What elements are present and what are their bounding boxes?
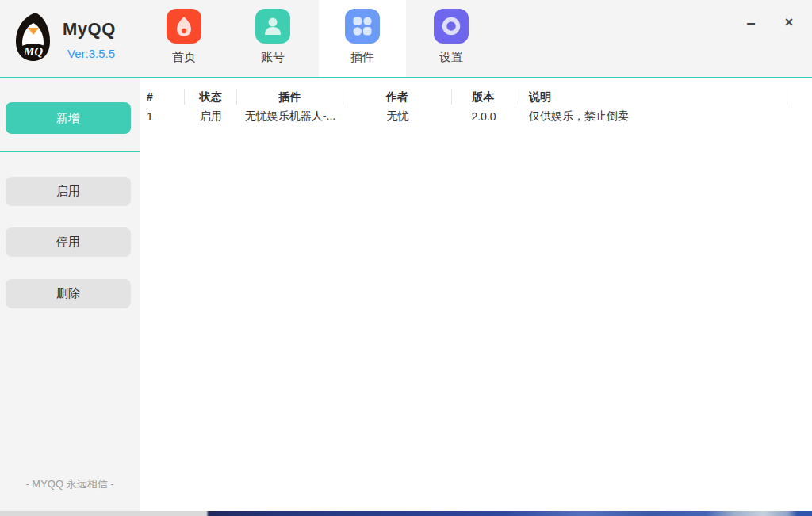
tab-account[interactable]: 账号 xyxy=(229,0,316,77)
app-title: MyQQ xyxy=(63,19,116,40)
logo-monogram: MQ xyxy=(23,45,43,58)
cell-author: 无忧 xyxy=(343,109,452,124)
window-controls: – × xyxy=(742,14,798,32)
add-plugin-button[interactable]: 新增 xyxy=(6,102,131,134)
tab-home-label: 首页 xyxy=(140,50,228,65)
brand-text: MyQQ Ver:3.5.5 xyxy=(63,10,116,60)
sidebar-divider xyxy=(0,151,140,152)
settings-aperture-icon xyxy=(434,9,469,44)
tab-settings-label: 设置 xyxy=(408,50,495,65)
app-window: MQ MyQQ Ver:3.5.5 首页 xyxy=(0,0,812,516)
disable-plugin-button[interactable]: 停用 xyxy=(6,227,131,257)
col-header-status: 状态 xyxy=(185,89,237,105)
col-header-author: 作者 xyxy=(343,89,452,105)
col-header-description: 说明 xyxy=(515,89,787,105)
col-header-filler xyxy=(787,89,812,105)
plugins-table: # 状态 插件 作者 版本 说明 1 启用 无忧娱乐机器人-... 无忧 2.0… xyxy=(140,78,812,511)
sidebar-footer-slogan: - MYQQ 永远相信 - xyxy=(0,477,140,491)
col-header-version: 版本 xyxy=(452,89,515,105)
delete-plugin-button[interactable]: 删除 xyxy=(6,279,131,308)
desktop-edge-strip xyxy=(0,511,812,516)
titlebar: MQ MyQQ Ver:3.5.5 首页 xyxy=(0,0,812,78)
cell-plugin-name: 无忧娱乐机器人-... xyxy=(237,109,343,124)
tab-account-label: 账号 xyxy=(229,50,316,65)
tab-settings[interactable]: 设置 xyxy=(408,0,495,77)
brand: MQ MyQQ Ver:3.5.5 xyxy=(12,10,116,65)
table-row[interactable]: 1 启用 无忧娱乐机器人-... 无忧 2.0.0 仅供娱乐，禁止倒卖 xyxy=(140,106,812,127)
col-header-index: # xyxy=(140,89,185,105)
col-header-plugin: 插件 xyxy=(237,89,343,105)
plugins-grid-icon xyxy=(345,9,380,44)
close-button[interactable]: × xyxy=(780,14,798,32)
cell-description: 仅供娱乐，禁止倒卖 xyxy=(515,109,787,124)
table-header-row: # 状态 插件 作者 版本 说明 xyxy=(140,87,812,106)
home-flame-icon xyxy=(167,9,201,44)
cell-status: 启用 xyxy=(185,109,237,124)
cell-index: 1 xyxy=(140,110,185,123)
enable-plugin-button[interactable]: 启用 xyxy=(6,177,131,206)
minimize-button[interactable]: – xyxy=(742,14,760,32)
account-person-icon xyxy=(255,9,290,44)
tab-home[interactable]: 首页 xyxy=(140,0,228,77)
tab-plugins-label: 插件 xyxy=(319,50,406,65)
sidebar: 新增 启用 停用 删除 - MYQQ 永远相信 - xyxy=(0,78,140,511)
tab-plugins[interactable]: 插件 xyxy=(319,0,406,77)
app-version: Ver:3.5.5 xyxy=(67,47,116,60)
cell-version: 2.0.0 xyxy=(452,110,515,123)
myqq-penguin-logo-icon: MQ xyxy=(12,10,55,65)
